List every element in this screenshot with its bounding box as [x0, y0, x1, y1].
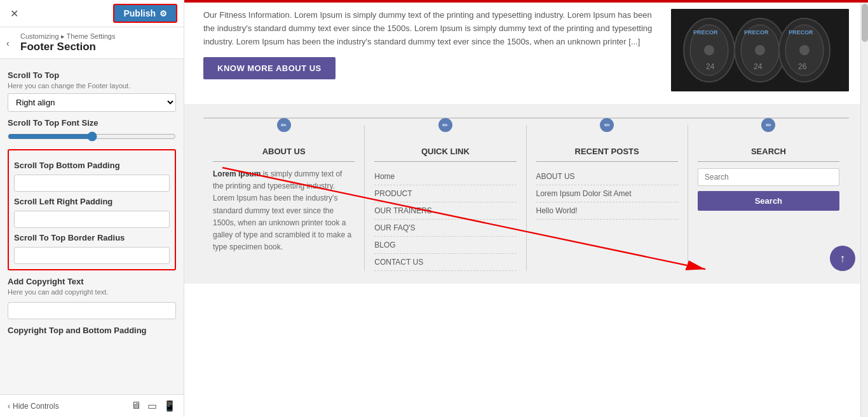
close-button[interactable]: ✕ — [6, 6, 22, 21]
list-item[interactable]: PRODUCT — [374, 185, 516, 202]
svg-point-3 — [704, 45, 714, 55]
scroll-top-button[interactable]: ↑ — [830, 246, 855, 271]
recent-posts-list: ABOUT US Lorem Ipsum Dolor Sit Amet Hell… — [536, 168, 678, 220]
breadcrumb: Customizing ▸ Theme Settings — [20, 32, 176, 41]
copyright-section: Add Copyright Text Here you can add copy… — [8, 277, 176, 335]
hide-controls-button[interactable]: ‹ Hide Controls — [8, 402, 59, 411]
copyright-desc: Here you can add copyright text. — [8, 288, 176, 296]
bottom-padding-label: Scroll Top Bottom Padding — [14, 161, 170, 170]
footer-col-quicklink: ✏ QUICK LINK Home PRODUCT OUR TRAINERS O… — [365, 125, 526, 271]
quick-links-list: Home PRODUCT OUR TRAINERS OUR FAQ'S BLOG… — [374, 168, 516, 271]
recent-title: RECENT POSTS — [536, 135, 678, 162]
view-icons: 🖥 ▭ 📱 — [131, 400, 176, 412]
svg-text:PRECOR: PRECOR — [693, 29, 718, 36]
panel-title: Footer Section — [20, 41, 176, 53]
scroll-to-top-label: Scroll To Top — [8, 70, 176, 80]
copyright-padding-label: Copyright Top and Bottom Padding — [8, 326, 176, 335]
list-item[interactable]: CONTACT US — [374, 254, 516, 271]
panel-content: Scroll To Top Here you can change the Fo… — [0, 59, 184, 394]
svg-point-7 — [755, 45, 765, 55]
highlighted-box: Scroll Top Bottom Padding 10 Scroll Left… — [8, 149, 176, 270]
chevron-left-icon: ‹ — [8, 402, 10, 411]
list-item[interactable]: ABOUT US — [536, 168, 678, 185]
footer-col-about: ✏ ABOUT US Lorem Ipsum is simply dummy t… — [203, 125, 365, 271]
publish-button[interactable]: Publish ⚙ — [113, 4, 177, 23]
search-input[interactable] — [698, 168, 839, 186]
know-more-button[interactable]: KNOW MORE ABOUT US — [203, 57, 336, 79]
about-body: is simply dummy text of the printing and… — [213, 169, 351, 251]
gym-image: 24 24 26 PRECOR PRECOR — [671, 9, 849, 91]
svg-text:PRECOR: PRECOR — [744, 29, 769, 36]
copyright-input[interactable] — [8, 302, 176, 319]
publish-label: Publish — [123, 8, 156, 18]
slider-container — [8, 131, 176, 144]
scrollbar-thumb — [862, 4, 868, 42]
align-dropdown[interactable]: Right align Left align Center — [8, 93, 176, 112]
gear-icon: ⚙ — [159, 9, 167, 18]
scroll-to-top-desc: Here you can change the Footer layout. — [8, 82, 176, 89]
about-title: ABOUT US — [213, 135, 355, 162]
footer-col-search: ✏ SEARCH Search — [688, 125, 849, 271]
svg-text:26: 26 — [798, 62, 807, 71]
list-item[interactable]: Home — [374, 168, 516, 185]
about-bold: Lorem Ipsum — [213, 169, 261, 178]
tablet-icon[interactable]: ▭ — [147, 400, 157, 412]
footer-section: ✏ ABOUT US Lorem Ipsum is simply dummy t… — [184, 105, 868, 284]
font-size-slider[interactable] — [8, 131, 176, 142]
scrollbar[interactable] — [860, 3, 868, 417]
footer-col-recent: ✏ RECENT POSTS ABOUT US Lorem Ipsum Dolo… — [527, 125, 688, 271]
footer-columns: ✏ ABOUT US Lorem Ipsum is simply dummy t… — [203, 117, 849, 271]
quicklink-title: QUICK LINK — [374, 135, 516, 162]
svg-text:24: 24 — [706, 62, 715, 71]
edit-quicklink-icon[interactable]: ✏ — [438, 118, 452, 132]
svg-text:24: 24 — [754, 62, 763, 71]
lr-padding-label: Scroll Left Right Padding — [14, 197, 170, 206]
edit-recent-icon[interactable]: ✏ — [600, 118, 614, 132]
article-image: 24 24 26 PRECOR PRECOR — [671, 9, 849, 91]
edit-about-icon[interactable]: ✏ — [277, 118, 291, 132]
panel-header: ‹ Customizing ▸ Theme Settings Footer Se… — [0, 27, 184, 59]
left-panel: ✕ Publish ⚙ ‹ Customizing ▸ Theme Settin… — [0, 0, 184, 417]
mobile-icon[interactable]: 📱 — [163, 400, 176, 412]
search-title: SEARCH — [698, 135, 839, 162]
article-section: Our Fitness Information. Lorem Ipsum is … — [184, 3, 868, 105]
bottom-padding-input[interactable]: 10 — [14, 175, 170, 192]
border-radius-input[interactable]: 50 — [14, 247, 170, 264]
edit-search-icon[interactable]: ✏ — [761, 118, 775, 132]
svg-text:PRECOR: PRECOR — [789, 29, 813, 36]
border-radius-label: Scroll To Top Border Radius — [14, 233, 170, 242]
list-item[interactable]: OUR TRAINERS — [374, 202, 516, 220]
lr-padding-input[interactable]: 15 — [14, 211, 170, 228]
article-body: Our Fitness Information. Lorem Ipsum is … — [203, 10, 652, 46]
about-text: Lorem Ipsum is simply dummy text of the … — [213, 168, 355, 253]
list-item[interactable]: BLOG — [374, 237, 516, 254]
list-item[interactable]: OUR FAQ'S — [374, 220, 516, 237]
copyright-label: Add Copyright Text — [8, 277, 176, 286]
top-bar: ✕ Publish ⚙ — [0, 0, 184, 27]
hide-controls-label: Hide Controls — [13, 402, 59, 411]
svg-point-11 — [799, 45, 810, 55]
list-item[interactable]: Hello World! — [536, 202, 678, 220]
search-button[interactable]: Search — [698, 191, 839, 211]
bottom-bar: ‹ Hide Controls 🖥 ▭ 📱 — [0, 394, 184, 417]
back-arrow[interactable]: ‹ — [6, 38, 10, 48]
right-panel: Our Fitness Information. Lorem Ipsum is … — [184, 0, 868, 417]
article-text: Our Fitness Information. Lorem Ipsum is … — [203, 9, 658, 91]
font-size-label: Scroll To Top Font Size — [8, 118, 176, 128]
list-item[interactable]: Lorem Ipsum Dolor Sit Amet — [536, 185, 678, 202]
desktop-icon[interactable]: 🖥 — [131, 400, 141, 412]
gym-svg: 24 24 26 PRECOR PRECOR — [671, 9, 849, 91]
preview-area: Our Fitness Information. Lorem Ipsum is … — [184, 3, 868, 417]
